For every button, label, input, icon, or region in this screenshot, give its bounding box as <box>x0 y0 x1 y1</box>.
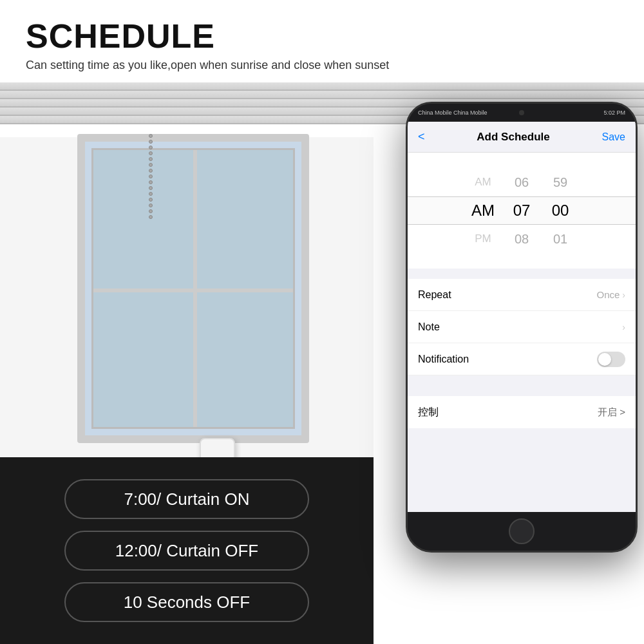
slat-2 <box>0 91 644 99</box>
control-row[interactable]: 控制 开启 > <box>408 396 636 428</box>
control-label: 控制 <box>418 406 439 419</box>
schedule-title: SCHEDULE <box>26 18 618 55</box>
window-area <box>77 134 309 443</box>
repeat-value: Once › <box>596 289 625 300</box>
minute-next: 01 <box>553 227 567 251</box>
phone-time: 5:02 PM <box>603 109 625 116</box>
period-prev: AM <box>475 171 491 194</box>
app-title: Add Schedule <box>477 131 549 144</box>
notification-toggle[interactable] <box>597 352 625 367</box>
repeat-label: Repeat <box>418 289 451 301</box>
back-button[interactable]: < <box>418 130 425 144</box>
repeat-chevron: › <box>622 290 625 300</box>
schedule-badge-1: 7:00/ Curtain ON <box>64 479 309 519</box>
slat-1 <box>0 82 644 91</box>
schedule-subtitle: Can setting time as you like,open when s… <box>26 59 618 72</box>
hour-prev: 06 <box>515 171 529 194</box>
chain <box>148 134 153 263</box>
note-value: › <box>622 322 625 332</box>
settings-section: Repeat Once › Note › Notification <box>408 269 636 512</box>
notification-row[interactable]: Notification <box>408 343 636 375</box>
schedule-badge-3: 10 Seconds OFF <box>64 582 309 622</box>
phone-status-bar: China Mobile China Mobile 5:02 PM <box>408 104 636 122</box>
period-next: PM <box>475 227 491 251</box>
notification-label: Notification <box>418 354 469 365</box>
phone-camera <box>519 110 524 115</box>
header-section: SCHEDULE Can setting time as you like,op… <box>0 0 644 82</box>
page-wrapper: SCHEDULE Can setting time as you like,op… <box>0 0 644 644</box>
bottom-panel: 7:00/ Curtain ON 12:00/ Curtain OFF 10 S… <box>0 457 374 644</box>
app-header: < Add Schedule Save <box>408 122 636 153</box>
main-section: 7:00/ Curtain ON 12:00/ Curtain OFF 10 S… <box>0 82 644 644</box>
phone-mockup: China Mobile China Mobile 5:02 PM < Add … <box>406 102 638 553</box>
note-label: Note <box>418 321 440 333</box>
toggle-knob <box>598 353 611 366</box>
control-value: 开启 > <box>598 406 625 419</box>
note-chevron: › <box>622 322 625 332</box>
note-row[interactable]: Note › <box>408 311 636 343</box>
save-button[interactable]: Save <box>602 131 625 143</box>
schedule-badge-2: 12:00/ Curtain OFF <box>64 531 309 571</box>
time-picker-selection-line <box>408 196 636 225</box>
phone-screen: < Add Schedule Save AM AM PM <box>408 122 636 512</box>
home-circle <box>509 518 535 544</box>
hour-next: 08 <box>515 227 529 251</box>
settings-divider <box>408 375 636 386</box>
time-picker[interactable]: AM AM PM 06 07 08 <box>408 153 636 269</box>
phone-home-button[interactable] <box>408 512 636 551</box>
window-inner <box>91 148 295 429</box>
minute-prev: 59 <box>553 171 567 194</box>
repeat-row[interactable]: Repeat Once › <box>408 279 636 311</box>
window-cross-v <box>193 150 197 427</box>
phone-carrier: China Mobile China Mobile <box>418 109 488 116</box>
